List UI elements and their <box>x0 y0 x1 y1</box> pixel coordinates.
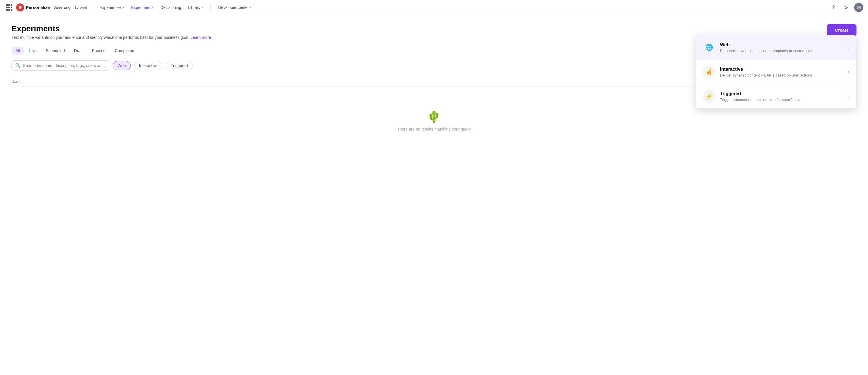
tab-scheduled[interactable]: Scheduled <box>42 47 69 55</box>
chevron-right-icon: › <box>848 94 849 99</box>
search-icon: 🔍 <box>15 63 21 68</box>
logo-icon <box>16 3 24 11</box>
search-input[interactable] <box>23 63 105 68</box>
search-field[interactable]: 🔍 <box>11 60 109 71</box>
cactus-icon: 🌵 <box>427 110 441 123</box>
hand-pointer-icon: ☝️ <box>703 65 715 78</box>
apps-grid-button[interactable] <box>5 3 14 12</box>
nav-developer-center[interactable]: Developer center ▾ <box>215 3 254 11</box>
dropdown-item-web-title: Web <box>720 42 843 48</box>
help-icon: ? <box>832 5 835 10</box>
dropdown-item-interactive-title: Interactive <box>720 67 843 72</box>
dropdown-item-triggered-title: Triggered <box>720 91 843 96</box>
trigger-icon: ⚡ <box>703 90 715 103</box>
learn-more-link[interactable]: Learn more <box>191 35 211 40</box>
nav-decisioning[interactable]: Decisioning <box>157 3 184 11</box>
chevron-down-icon: ▾ <box>202 6 203 9</box>
globe-icon: 🌐 <box>703 41 715 54</box>
dropdown-item-interactive-desc: Deliver dynamic content via APIs based o… <box>720 73 843 77</box>
dropdown-item-interactive-content: Interactive Deliver dynamic content via … <box>720 67 843 77</box>
tab-all[interactable]: All <box>11 47 24 55</box>
grid-icon <box>6 4 12 11</box>
tab-live[interactable]: Live <box>25 47 41 55</box>
page-title: Experiments <box>11 24 857 33</box>
tab-paused[interactable]: Paused <box>88 47 110 55</box>
tab-draft[interactable]: Draft <box>70 47 87 55</box>
nav-divider <box>210 4 211 11</box>
user-avatar[interactable]: SH <box>854 3 863 12</box>
main-content: Experiments Test multiple variants on yo… <box>0 15 868 164</box>
type-web-button[interactable]: Web <box>113 61 131 70</box>
nav-library[interactable]: Library ▾ <box>185 3 206 11</box>
settings-button[interactable]: ⚙ <box>842 3 851 12</box>
nav-experiments[interactable]: Experiments <box>128 3 156 11</box>
dropdown-item-web-desc: Personalize web content using templates … <box>720 49 843 53</box>
dropdown-item-triggered-desc: Trigger automated emails or texts for sp… <box>720 97 843 102</box>
logo[interactable]: Personalize <box>16 3 50 11</box>
type-interactive-button[interactable]: Interactive <box>134 61 163 70</box>
topnav: Personalize Sales Eng... 16 prod Experie… <box>0 0 868 15</box>
gear-icon: ⚙ <box>844 5 848 10</box>
create-button[interactable]: Create <box>827 24 857 36</box>
empty-text: There are no results matching your query <box>397 127 471 132</box>
nav-items: Experiences ▾ Experiments Decisioning Li… <box>97 3 206 11</box>
create-dropdown-menu: 🌐 Web Personalize web content using temp… <box>695 35 857 109</box>
dropdown-item-web-content: Web Personalize web content using templa… <box>720 42 843 53</box>
logo-text: Personalize <box>26 5 50 10</box>
chevron-right-icon: › <box>848 45 849 50</box>
chevron-down-icon: ▾ <box>250 6 251 9</box>
type-triggered-button[interactable]: Triggered <box>166 61 192 70</box>
chevron-down-icon: ▾ <box>123 6 124 9</box>
workspace-selector[interactable]: Sales Eng... 16 prod <box>53 5 92 9</box>
dropdown-item-interactive[interactable]: ☝️ Interactive Deliver dynamic content v… <box>696 60 856 84</box>
topnav-right: ? ⚙ SH <box>829 3 863 12</box>
dropdown-item-triggered-content: Triggered Trigger automated emails or te… <box>720 91 843 102</box>
tab-completed[interactable]: Completed <box>111 47 138 55</box>
nav-experiences[interactable]: Experiences ▾ <box>97 3 127 11</box>
dropdown-item-triggered[interactable]: ⚡ Triggered Trigger automated emails or … <box>696 84 856 108</box>
chevron-right-icon: › <box>848 69 849 75</box>
dropdown-item-web[interactable]: 🌐 Web Personalize web content using temp… <box>696 35 856 60</box>
help-button[interactable]: ? <box>829 3 838 12</box>
col-name-header: Name <box>11 79 732 84</box>
